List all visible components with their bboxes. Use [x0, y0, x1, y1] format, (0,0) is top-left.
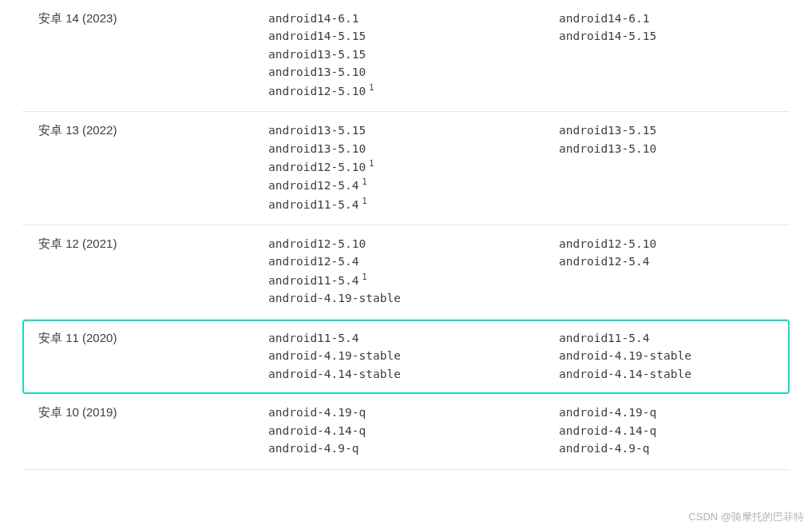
kernel-version-item: android12-5.41 — [268, 176, 559, 194]
kernel-version-item: android11-5.41 — [268, 195, 559, 213]
feature-kernel-list: android11-5.4android-4.19-stableandroid-… — [559, 329, 774, 383]
feature-kernel-list: android14-6.1android14-5.15 — [559, 10, 774, 100]
launch-kernel-list: android-4.19-qandroid-4.14-qandroid-4.9-… — [268, 404, 559, 457]
launch-kernel-list: android14-6.1android14-5.15android13-5.1… — [268, 10, 559, 100]
watermark-text: CSDN @骑摩托的巴菲特 — [688, 510, 804, 524]
footnote-marker: 1 — [369, 159, 374, 168]
footnote-marker: 1 — [362, 272, 367, 281]
kernel-version-item: android-4.19-stable — [268, 289, 559, 307]
kernel-version-item: android12-5.10 — [559, 235, 774, 253]
kernel-version-item: android11-5.41 — [268, 271, 559, 289]
table-row: 安卓 11 (2020)android11-5.4android-4.19-st… — [22, 320, 790, 394]
table-row: 安卓 10 (2019)android-4.19-qandroid-4.14-q… — [22, 394, 790, 469]
launch-kernel-list: android12-5.10android12-5.4android11-5.4… — [268, 235, 559, 308]
platform-release-label: 安卓 10 (2019) — [38, 404, 268, 457]
kernel-version-item: android-4.14-stable — [268, 365, 559, 383]
kernel-version-item: android14-5.15 — [559, 27, 774, 45]
kernel-version-item: android14-6.1 — [268, 10, 559, 27]
kernel-version-item: android12-5.101 — [268, 157, 559, 176]
kernel-version-item: android-4.19-q — [268, 404, 559, 421]
kernel-version-item: android-4.14-q — [268, 422, 559, 440]
kernel-version-item: android-4.14-q — [559, 422, 774, 440]
table-row: 安卓 13 (2022)android13-5.15android13-5.10… — [22, 112, 790, 225]
kernel-version-item: android12-5.4 — [268, 253, 559, 270]
footnote-marker: 1 — [362, 177, 367, 186]
kernel-version-item: android12-5.10 — [268, 235, 559, 253]
launch-kernel-list: android13-5.15android13-5.10android12-5.… — [268, 121, 559, 213]
footnote-marker: 1 — [369, 83, 374, 92]
kernel-version-item: android12-5.4 — [559, 253, 774, 270]
feature-kernel-list: android13-5.15android13-5.10 — [559, 121, 774, 213]
kernel-version-item: android13-5.15 — [268, 46, 559, 63]
platform-release-label: 安卓 13 (2022) — [38, 121, 268, 213]
kernel-version-table: 安卓 14 (2023)android14-6.1android14-5.15a… — [0, 0, 812, 470]
kernel-version-item: android-4.9-q — [268, 440, 559, 457]
kernel-version-item: android-4.19-stable — [268, 347, 559, 364]
kernel-version-item: android-4.9-q — [559, 440, 774, 457]
kernel-version-item: android14-6.1 — [559, 10, 774, 27]
kernel-version-item: android13-5.15 — [559, 121, 774, 139]
kernel-version-item: android11-5.4 — [559, 329, 774, 347]
kernel-version-item: android13-5.10 — [559, 140, 774, 157]
kernel-version-item: android11-5.4 — [268, 329, 559, 347]
table-row: 安卓 12 (2021)android12-5.10android12-5.4a… — [22, 225, 790, 320]
kernel-version-item: android13-5.10 — [268, 140, 559, 157]
kernel-version-item: android13-5.15 — [268, 121, 559, 139]
platform-release-label: 安卓 14 (2023) — [38, 10, 268, 100]
kernel-version-item: android-4.14-stable — [559, 365, 774, 383]
table-row: 安卓 14 (2023)android14-6.1android14-5.15a… — [22, 0, 790, 112]
feature-kernel-list: android-4.19-qandroid-4.14-qandroid-4.9-… — [559, 404, 774, 457]
kernel-version-item: android-4.19-stable — [559, 347, 774, 364]
feature-kernel-list: android12-5.10android12-5.4 — [559, 235, 774, 308]
kernel-version-item: android13-5.10 — [268, 63, 559, 81]
kernel-version-item: android12-5.101 — [268, 82, 559, 100]
platform-release-label: 安卓 11 (2020) — [38, 329, 268, 383]
launch-kernel-list: android11-5.4android-4.19-stableandroid-… — [268, 329, 559, 383]
kernel-version-item: android-4.19-q — [559, 404, 774, 421]
kernel-version-item: android14-5.15 — [268, 27, 559, 45]
footnote-marker: 1 — [362, 197, 367, 205]
platform-release-label: 安卓 12 (2021) — [38, 235, 268, 308]
